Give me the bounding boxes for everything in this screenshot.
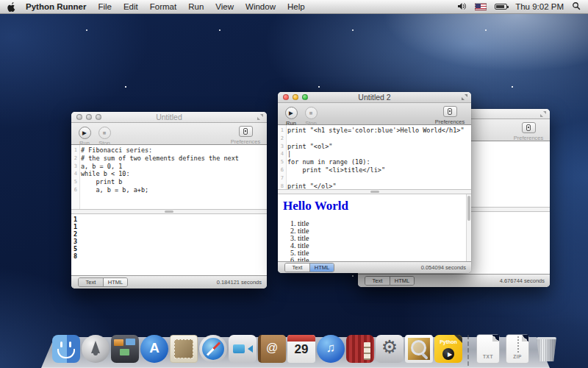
menu-window[interactable]: Window — [245, 2, 276, 11]
menu-bar: Python Runner FileEditFormatRunViewWindo… — [0, 0, 588, 14]
html-tab[interactable]: HTML — [103, 278, 127, 286]
menu-run[interactable]: Run — [188, 2, 204, 11]
stop-button[interactable]: ■ Stop — [96, 124, 113, 146]
text-tab[interactable]: Text — [79, 278, 103, 286]
preferences-button[interactable]: Preferences — [229, 124, 262, 145]
preferences-icon — [239, 126, 253, 137]
output-line: 3 — [74, 238, 267, 245]
dock-txt-document[interactable]: TXT — [474, 335, 502, 363]
close-button[interactable] — [283, 94, 289, 100]
code-line: 5 for num in range (10): — [278, 158, 471, 166]
output-list: titletitletitletitletitletitle — [278, 220, 471, 261]
dock-itunes[interactable]: ♫ — [317, 335, 345, 363]
battery-icon[interactable] — [495, 4, 507, 10]
minimize-button[interactable] — [86, 114, 92, 120]
dock-zip-document[interactable]: ZIP — [503, 335, 531, 363]
menu-edit[interactable]: Edit — [123, 2, 138, 11]
stop-button[interactable]: ■ Stop — [302, 105, 320, 127]
text-tab[interactable]: Text — [285, 263, 309, 272]
html-tab[interactable]: HTML — [390, 277, 414, 285]
code-line: 2 — [278, 135, 471, 143]
dock-python-runner[interactable]: Python ▶ — [434, 335, 462, 363]
volume-icon[interactable] — [457, 2, 467, 12]
line-number: 6 — [71, 186, 79, 194]
menu-help[interactable]: Help — [287, 2, 305, 11]
us-flag-icon[interactable] — [475, 3, 487, 10]
titlebar[interactable]: Untitled 2 — [278, 92, 471, 103]
output-line: 1 — [74, 216, 267, 223]
preferences-button[interactable]: Preferences — [433, 105, 467, 125]
code-text — [285, 174, 291, 183]
zoom-button[interactable] — [96, 114, 101, 120]
dock-facetime[interactable] — [229, 335, 257, 363]
code-text: print "</ol>" — [285, 183, 337, 189]
app-menu[interactable]: Python Runner — [26, 2, 86, 11]
output-list-item: title — [298, 242, 471, 250]
zoom-button[interactable] — [302, 94, 308, 100]
line-number: 2 — [71, 155, 79, 163]
dock-launchpad[interactable] — [82, 335, 110, 363]
code-text: print "<ol>" — [285, 143, 332, 151]
window-title: Untitled 2 — [358, 93, 390, 102]
code-editor[interactable]: 1 # Fibonacci series: 2 # the sum of two… — [71, 145, 267, 209]
dock-contacts[interactable]: @ — [258, 335, 286, 363]
line-number: 6 — [278, 166, 285, 174]
dock-app-store[interactable]: A — [140, 335, 168, 363]
fullscreen-icon[interactable] — [462, 94, 467, 100]
menu-clock[interactable]: Thu 9:02 PM — [515, 2, 564, 11]
code-text: | — [285, 150, 291, 158]
dock-calendar[interactable]: 29 — [287, 335, 315, 363]
line-number: 7 — [278, 174, 285, 183]
dock-trash[interactable] — [533, 335, 561, 363]
output-mode-switch: Text HTML — [284, 263, 334, 272]
output-heading: Hello World — [283, 199, 471, 213]
code-text: for num in range (10): — [285, 158, 370, 166]
preferences-icon — [443, 106, 457, 117]
dock-finder[interactable] — [52, 335, 80, 363]
minimize-button[interactable] — [293, 94, 298, 100]
dock-mail[interactable] — [170, 335, 198, 363]
code-editor[interactable]: 1 print "<h1 style='color:blue'>Hello Wo… — [278, 125, 471, 189]
html-output-area[interactable]: Hello World titletitletitletitletitletit… — [278, 194, 471, 261]
dock-image-capture[interactable] — [405, 335, 433, 363]
html-tab[interactable]: HTML — [309, 263, 334, 272]
output-list-item: title — [298, 227, 471, 235]
preferences-icon — [522, 122, 536, 133]
dock: A — [0, 316, 588, 368]
close-button[interactable] — [76, 114, 82, 120]
vertical-scrollbar[interactable] — [466, 194, 471, 261]
spotlight-icon[interactable] — [572, 1, 581, 12]
run-button[interactable]: ▶ Run — [282, 105, 300, 127]
apple-menu-icon[interactable] — [7, 2, 15, 12]
toolbar: ▶ Run ■ Stop Preferences — [278, 103, 471, 125]
dock-safari[interactable] — [199, 335, 227, 363]
status-area: Thu 9:02 PM — [457, 1, 588, 12]
fullscreen-icon[interactable] — [257, 114, 263, 120]
dock-photo-booth[interactable] — [346, 335, 374, 363]
window-untitled: Untitled ▶ Run ■ Stop Preferences 1 # Fi… — [71, 112, 267, 289]
fullscreen-icon[interactable] — [540, 111, 546, 117]
output-line: 8 — [74, 252, 267, 260]
output-line: 2 — [74, 230, 267, 238]
titlebar[interactable]: Untitled — [71, 112, 267, 123]
menu-format[interactable]: Format — [150, 2, 176, 11]
code-line: 8 print "</ol>" — [278, 183, 471, 189]
preferences-button[interactable]: Preferences — [512, 121, 545, 141]
line-number: 8 — [278, 183, 285, 189]
dock-divider[interactable] — [464, 335, 473, 363]
text-tab[interactable]: Text — [365, 277, 390, 285]
line-number: 1 — [278, 127, 285, 135]
output-area[interactable]: 112358 — [71, 214, 267, 275]
menu-file[interactable]: File — [98, 2, 112, 11]
traffic-lights — [283, 94, 308, 100]
dock-mission-control[interactable] — [111, 335, 139, 363]
traffic-lights — [76, 114, 101, 120]
dock-system-preferences[interactable]: ⚙ — [376, 335, 404, 363]
horizontal-scrollbar[interactable] — [278, 189, 471, 194]
stop-icon: ■ — [305, 107, 318, 119]
run-button[interactable]: ▶ Run — [76, 124, 93, 146]
code-line: 4 | — [278, 150, 471, 158]
menu-items: FileEditFormatRunViewWindowHelp — [98, 2, 316, 11]
horizontal-scrollbar[interactable] — [71, 209, 267, 214]
menu-view[interactable]: View — [215, 2, 234, 11]
